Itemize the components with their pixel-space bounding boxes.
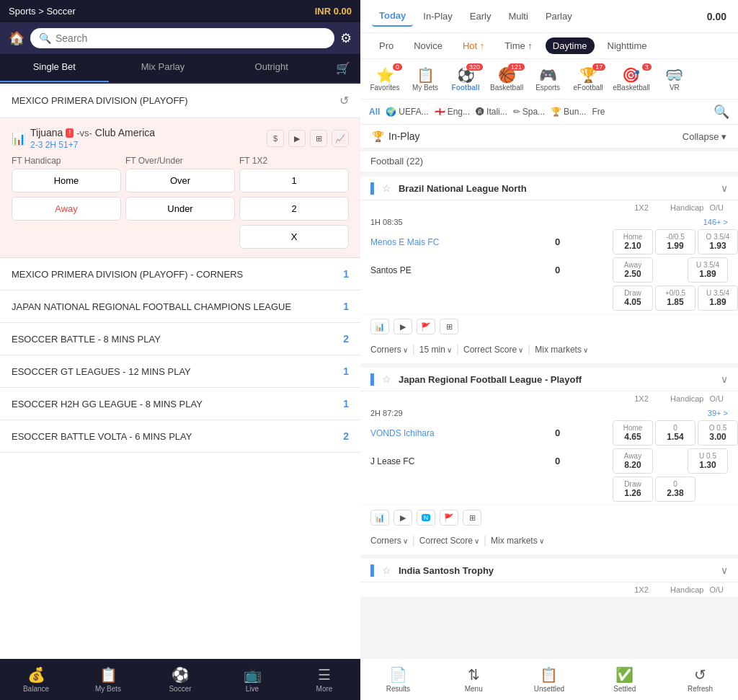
brazil-ou2[interactable]: U 3.5/4 1.89 [688,257,728,283]
refresh-icon[interactable]: ↺ [339,94,349,107]
search-input[interactable] [55,32,326,44]
brazil-more[interactable]: 146+ > [703,218,728,226]
sport-ebasketball[interactable]: 🎯 eBasketball 3 [610,63,653,94]
collapse-button[interactable]: Collapse ▾ [683,131,726,142]
league-esoccer8[interactable]: ESOCCER BATTLE - 8 MINS PLAY 2 [0,323,360,355]
japan-hcp1[interactable]: 0 1.54 [655,420,695,446]
brazil-1x2-home[interactable]: Home 2.10 [613,229,653,254]
brazil-action-flag[interactable]: 🚩 [417,319,435,335]
odds-2[interactable]: 2 [239,197,349,221]
sub-tab-pro[interactable]: Pro [372,37,401,54]
brazil-1x2-away[interactable]: Away 2.50 [613,257,653,283]
tab-early[interactable]: Early [463,6,499,26]
odds-x[interactable]: X [239,225,349,249]
sport-efootball[interactable]: 🏆 eFootball 17 [569,63,607,94]
tab-mix-parlay[interactable]: Mix Parlay [109,54,218,82]
brazil-action-stats[interactable]: 📊 [370,319,389,335]
sport-football[interactable]: ⚽ Football 320 [447,63,484,94]
league-h2h[interactable]: ESOCCER H2H GG LEAGUE - 8 MINS PLAY 1 [0,388,360,420]
odds-over[interactable]: Over [125,169,235,192]
sport-vr[interactable]: 🥽 VR [656,63,693,94]
sub-tab-nighttime[interactable]: Nighttime [600,37,654,54]
sub-tab-hot[interactable]: Hot ↑ [455,37,492,54]
odds-1[interactable]: 1 [239,169,349,192]
league-esoccer-gt[interactable]: ESOCCER GT LEAGUES - 12 MINS PLAY 1 [0,355,360,388]
japan-ou1[interactable]: O 0.5 3.00 [698,420,738,446]
brazil-1x2-draw[interactable]: Draw 4.05 [613,285,653,311]
league-row-mexico[interactable]: MEXICO PRIMERA DIVISION (PLAYOFF) ↺ [0,84,360,118]
japan-home[interactable]: Home 4.65 [613,420,653,446]
japan-action-play[interactable]: ▶ [394,510,412,526]
japan-action-stats[interactable]: 📊 [370,510,389,526]
brazil-action-more[interactable]: ⊞ [440,319,458,335]
cart-icon[interactable]: 🛒 [326,54,360,82]
right-footer-unsettled[interactable]: 📋 Unsettled [512,663,587,696]
filter-ita[interactable]: 🅐 Itali... [476,107,507,117]
brazil-arrow[interactable]: ∨ [721,182,728,194]
brazil-correctscore-tab[interactable]: Correct Score ∨ [463,345,523,355]
sub-tab-novice[interactable]: Novice [406,37,450,54]
odds-under[interactable]: Under [125,197,235,221]
japan-mixmarkets-tab[interactable]: Mix markets ∨ [491,536,544,546]
right-footer-results[interactable]: 📄 Results [360,663,436,696]
bet-icon-play[interactable]: ▶ [288,130,306,147]
japan-arrow[interactable]: ∨ [721,373,728,385]
brazil-ou1[interactable]: O 3.5/4 1.93 [698,229,738,254]
japan-corners-tab[interactable]: Corners ∨ [370,536,408,546]
home-icon[interactable]: 🏠 [9,30,25,46]
tab-single-bet[interactable]: Single Bet [0,54,109,82]
league-corners[interactable]: MEXICO PRIMERA DIVISION (PLAYOFF) - CORN… [0,258,360,291]
brazil-hcp1[interactable]: -0/0.5 1.99 [655,229,695,254]
footer-mybets[interactable]: 📋 My Bets [72,663,144,696]
brazil-ou2b[interactable]: U 3.5/4 1.89 [698,285,738,311]
bet-icon-grid[interactable]: ⊞ [310,130,327,147]
sport-esports[interactable]: 🎮 Esports [529,63,566,94]
odds-home[interactable]: Home [12,169,121,192]
league-japan[interactable]: JAPAN NATIONAL REGIONAL FOOTBALL CHAMPIO… [0,291,360,323]
japan-away[interactable]: Away 8.20 [613,448,653,474]
sport-basketball[interactable]: 🏀 Basketball 121 [487,63,526,94]
tab-today[interactable]: Today [372,6,413,27]
right-footer-settled[interactable]: ✅ Settled [587,663,662,696]
footer-more[interactable]: ☰ More [288,663,360,696]
brazil-15min-tab[interactable]: 15 min ∨ [419,345,452,355]
tab-inplay[interactable]: In-Play [416,6,459,26]
brazil-action-play[interactable]: ▶ [394,319,412,335]
filter-spa[interactable]: ✏ Spa... [513,107,545,117]
japan-correctscore-tab[interactable]: Correct Score ∨ [419,536,479,546]
tab-parlay[interactable]: Parlay [538,6,579,26]
brazil-mixmarkets-tab[interactable]: Mix markets ∨ [535,345,588,355]
brazil-team1[interactable]: Menos E Mais FC [370,237,555,247]
japan-ou2[interactable]: U 0.5 1.30 [688,448,728,474]
brazil-hcp2[interactable]: +0/0.5 1.85 [655,285,695,311]
japan-action-more[interactable]: ⊞ [463,510,481,526]
brazil-corners-tab[interactable]: Corners ∨ [370,345,408,355]
japan-hcp2[interactable]: 0 2.38 [655,477,695,502]
india-arrow[interactable]: ∨ [721,564,728,576]
league-volta[interactable]: ESOCCER BATTLE VOLTA - 6 MINS PLAY 2 [0,420,360,453]
japan-action-n[interactable]: N [417,510,435,526]
odds-away[interactable]: Away [12,197,121,221]
right-footer-menu[interactable]: ⇅ Menu [436,663,512,696]
india-star[interactable]: ☆ [382,564,391,576]
sub-tab-time[interactable]: Time ↑ [497,37,540,54]
filter-bun[interactable]: 🏆 Bun... [551,107,586,117]
bet-icon-s[interactable]: $ [267,130,284,147]
filter-uefa[interactable]: 🌍 UEFA... [386,107,428,117]
sport-mybets[interactable]: 📋 My Bets [406,63,444,94]
right-footer-refresh[interactable]: ↺ Refresh [662,663,738,696]
japan-draw[interactable]: Draw 1.26 [613,477,653,502]
japan-more[interactable]: 39+ > [708,409,728,417]
filter-all[interactable]: All [369,107,380,117]
sport-favorites[interactable]: ⭐ Favorites 0 [366,63,404,94]
filter-icon[interactable]: ⚙ [340,30,352,46]
filter-eng[interactable]: 🏴󠁧󠁢󠁥󠁮󠁧󠁿 Eng... [435,107,470,117]
footer-live[interactable]: 📺 Live [216,663,288,696]
tab-multi[interactable]: Multi [501,6,535,26]
footer-balance[interactable]: 💰 Balance [0,663,72,696]
bet-icon-chart[interactable]: 📈 [332,130,349,147]
filter-fre[interactable]: Fre [592,107,605,117]
tab-outright[interactable]: Outright [217,54,326,82]
footer-soccer[interactable]: ⚽ Soccer [144,663,216,696]
japan-star[interactable]: ☆ [382,373,391,385]
